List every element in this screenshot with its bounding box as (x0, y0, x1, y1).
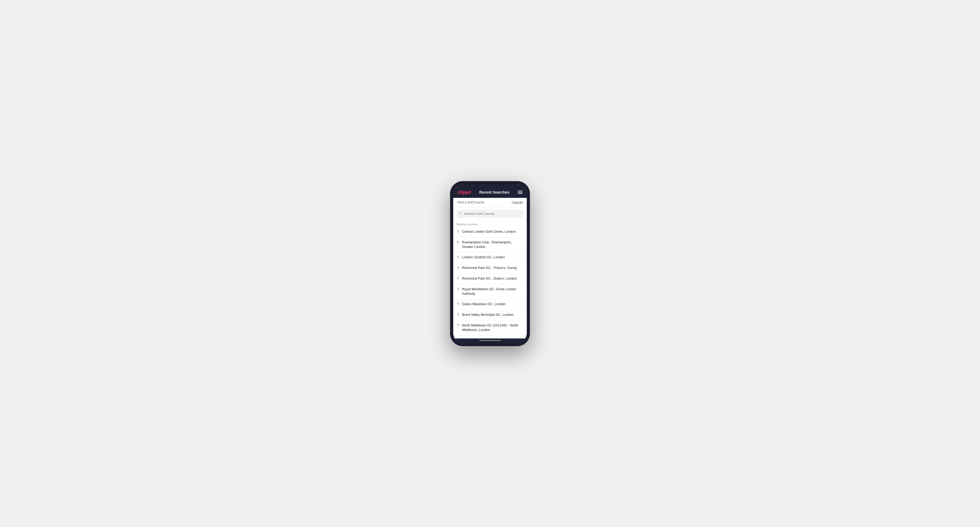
location-icon (457, 230, 460, 235)
course-name: Richmond Park GC - Prince's, Surrey (462, 266, 517, 271)
search-container (453, 208, 527, 221)
svg-point-3 (458, 241, 458, 242)
list-item[interactable]: Royal Wimbledon GC, Great London Authori… (453, 284, 527, 299)
list-item[interactable]: Richmond Park GC - Duke's, London (453, 274, 527, 284)
location-icon (457, 277, 460, 281)
list-item[interactable]: Roehampton Club - Roehampton, Greater Lo… (453, 238, 527, 252)
cancel-button[interactable]: Cancel (512, 200, 522, 205)
home-bar (479, 340, 501, 341)
course-name: London Scottish GC, London (462, 255, 505, 260)
phone-frame: clippd Recent Searches Find a Golf Cours… (450, 181, 530, 346)
course-name: Roehampton Club - Roehampton, Greater Lo… (462, 240, 523, 249)
location-icon (457, 302, 460, 307)
course-name: Dukes Meadows GC, London (462, 302, 506, 307)
list-item[interactable]: Coombe Hill GC, Kingston upon Thames (453, 335, 527, 338)
location-icon (457, 313, 460, 318)
nearby-label: Nearby courses (453, 221, 527, 227)
svg-point-6 (458, 278, 458, 278)
location-icon (457, 324, 460, 329)
svg-point-5 (458, 267, 458, 268)
svg-line-1 (461, 214, 462, 214)
phone-screen: clippd Recent Searches Find a Golf Cours… (453, 184, 527, 343)
svg-point-4 (458, 256, 458, 257)
nav-bar: clippd Recent Searches (453, 187, 527, 198)
courses-list: Central London Golf Centre, London Roeha… (453, 227, 527, 338)
course-name: North Middlesex GC (1011942 - North Midd… (462, 323, 523, 333)
list-item[interactable]: North Middlesex GC (1011942 - North Midd… (453, 321, 527, 335)
find-label: Find a Golf Course (458, 200, 484, 204)
location-icon (457, 287, 460, 292)
svg-point-7 (458, 288, 458, 289)
list-item[interactable]: Central London Golf Centre, London (453, 227, 527, 238)
search-input[interactable] (464, 212, 521, 216)
nav-title: Recent Searches (479, 190, 509, 194)
location-icon (457, 240, 460, 245)
app-logo: clippd (458, 190, 471, 195)
svg-point-10 (458, 325, 458, 325)
list-item[interactable]: Dukes Meadows GC, London (453, 299, 527, 310)
courses-section: Nearby courses Central London Golf Centr… (453, 221, 527, 338)
find-bar: Find a Golf Course Cancel (453, 198, 527, 208)
course-name: Richmond Park GC - Duke's, London (462, 276, 517, 281)
svg-point-8 (458, 303, 458, 304)
search-input-wrapper (457, 210, 523, 218)
home-indicator (453, 338, 527, 343)
location-icon (457, 266, 460, 271)
svg-point-2 (458, 231, 458, 232)
svg-point-9 (458, 314, 458, 314)
menu-icon[interactable] (518, 190, 522, 194)
course-name: Central London Golf Centre, London (462, 230, 516, 234)
course-name: Royal Wimbledon GC, Great London Authori… (462, 287, 523, 296)
location-icon (457, 256, 460, 260)
search-icon (459, 211, 463, 216)
list-item[interactable]: London Scottish GC, London (453, 252, 527, 263)
course-name: Brent Valley Municipal GC, London (462, 313, 514, 317)
list-item[interactable]: Brent Valley Municipal GC, London (453, 310, 527, 321)
status-bar (453, 184, 527, 187)
list-item[interactable]: Richmond Park GC - Prince's, Surrey (453, 263, 527, 274)
